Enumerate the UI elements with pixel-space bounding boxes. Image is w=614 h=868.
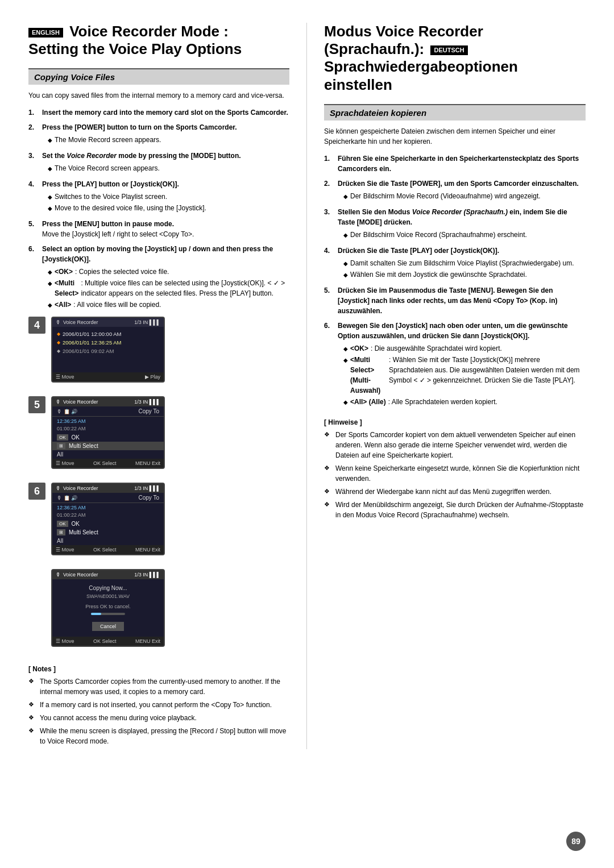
de-step-4: Drücken Sie die Taste [PLAY] oder [Joyst… bbox=[324, 246, 586, 281]
page-number: 89 bbox=[566, 832, 586, 851]
left-title: ENGLISH Voice Recorder Mode : Setting th… bbox=[28, 23, 289, 58]
title-line2: Setting the Voice Play Options bbox=[28, 40, 242, 57]
note-3: You cannot access the menu during voice … bbox=[28, 713, 289, 723]
left-section-title: ENGLISH Voice Recorder Mode : Setting th… bbox=[28, 23, 289, 58]
bottombar-menu-6b: MENU Exit bbox=[135, 638, 160, 644]
intro-text: You can copy saved files from the intern… bbox=[28, 90, 289, 101]
mic-icon-5: 🎙 bbox=[56, 399, 61, 405]
screen-4-bottombar: ☰ Move ▶ Play bbox=[52, 372, 164, 381]
screen-6a-time1: 12:36:25 AM bbox=[52, 503, 164, 512]
page: ENGLISH Voice Recorder Mode : Setting th… bbox=[0, 0, 614, 868]
file-entry-4-2: ◆ 2006/01/01 12:36:25 AM bbox=[57, 338, 159, 347]
multiselect-badge-6a: ⊞ bbox=[57, 529, 65, 535]
step-5-content: Press the [MENU] button in pause mode. M… bbox=[42, 219, 289, 239]
right-column: Modus Voice Recorder (Sprachaufn.): DEUT… bbox=[307, 23, 586, 749]
de-step-6-sub-3: <All> (Alle): Alle Sprachdateien werden … bbox=[343, 397, 586, 407]
copyto-title-row-5: 🎙 📋 🔊 Copy To bbox=[52, 406, 164, 417]
hinweis-1: Der Sports Camcorder kopiert von dem akt… bbox=[324, 430, 586, 460]
bottombar-move-6b: ☰ Move bbox=[56, 638, 74, 644]
screen-5-step-num: 5 bbox=[28, 396, 45, 413]
notes-list: The Sports Camcorder copies from the cur… bbox=[28, 676, 289, 746]
screen-6a-mockup: 🎙 Voice Recorder 1/3 IN ▌▌▌ 🎙 📋 🔊 Copy T… bbox=[51, 483, 165, 555]
ok-label-6a: OK bbox=[72, 521, 80, 527]
bottombar-ok-6a: OK Select bbox=[93, 547, 117, 553]
de-step-1: Führen Sie eine Speicherkarte in den Spe… bbox=[324, 153, 586, 174]
hinweise-header: [ Hinweise ] bbox=[324, 418, 586, 426]
de-step-6-sub-1: <OK>: Die ausgewählte Sprachdatei wird k… bbox=[343, 343, 586, 354]
sprachdateien-header: Sprachdateien kopieren bbox=[324, 104, 586, 121]
step-2-sub-1: The Movie Record screen appears. bbox=[48, 135, 289, 145]
step-4: Press the [PLAY] button or [Joystick(OK)… bbox=[28, 179, 289, 214]
screen-5-topbar: 🎙 Voice Recorder 1/3 IN ▌▌▌ bbox=[52, 397, 164, 406]
bottombar-menu-6a: MENU Exit bbox=[135, 547, 160, 553]
topbar-info-6b: 1/3 IN ▌▌▌ bbox=[134, 572, 160, 578]
screen-5-bottombar: ☰ Move OK Select MENU Exit bbox=[52, 459, 164, 468]
de-step-6: Bewegen Sie den [Joystick] nach oben ode… bbox=[324, 321, 586, 408]
right-section-title: Modus Voice Recorder (Sprachaufn.): DEUT… bbox=[324, 23, 586, 94]
left-column: ENGLISH Voice Recorder Mode : Setting th… bbox=[28, 23, 307, 749]
mic-icon-6b: 🎙 bbox=[56, 572, 61, 578]
english-badge: ENGLISH bbox=[28, 28, 63, 38]
de-step-1-content: Führen Sie eine Speicherkarte in den Spe… bbox=[338, 153, 586, 174]
topbar-info-5: 1/3 IN ▌▌▌ bbox=[134, 399, 160, 405]
de-steps-list: Führen Sie eine Speicherkarte in den Spe… bbox=[324, 153, 586, 408]
topbar-label-6b: Voice Recorder bbox=[63, 572, 98, 578]
file-entry-4-1: ◆ 2006/01/01 12:00:00 AM bbox=[57, 330, 159, 338]
de-step-4-sub-1: Damit schalten Sie zum Bildschirm Voice … bbox=[343, 258, 574, 268]
hinweis-3: Während der Wiedergabe kann nicht auf da… bbox=[324, 487, 586, 497]
step-4-sub-1: Switches to the Voice Playlist screen. bbox=[48, 192, 289, 202]
step-2: Press the [POWER] button to turn on the … bbox=[28, 122, 289, 146]
right-title-line2: Sprachwiedergabeoptionen einstellen bbox=[324, 58, 518, 93]
title-line1: Voice Recorder Mode : bbox=[69, 23, 229, 40]
de-step-5-content: Drücken Sie im Pausenmodus die Taste [ME… bbox=[338, 285, 586, 316]
screen-4-step-num: 4 bbox=[28, 317, 45, 334]
step-6-content: Select an option by moving the [Joystick… bbox=[42, 244, 289, 311]
step-1: Insert the memory card into the memory c… bbox=[28, 107, 289, 118]
step-3-content: Set the Voice Recorder mode by pressing … bbox=[42, 151, 289, 175]
file-name-4-1: 2006/01/01 12:00:00 AM bbox=[63, 331, 122, 337]
progress-bar bbox=[91, 613, 125, 615]
note-2: If a memory card is not inserted, you ca… bbox=[28, 700, 289, 710]
step-6-sub-2: <Multi Select>: Multiple voice files can… bbox=[48, 278, 289, 298]
topbar-info-4: 1/3 IN ▌▌▌ bbox=[134, 319, 160, 325]
note-4: While the menu screen is displayed, pres… bbox=[28, 726, 289, 746]
ok-row-6a: OK OK bbox=[52, 520, 164, 528]
note-1: The Sports Camcorder copies from the cur… bbox=[28, 676, 289, 697]
de-step-6-content: Bewegen Sie den [Joystick] nach oben ode… bbox=[338, 321, 586, 408]
screen-6b-topbar: 🎙 Voice Recorder 1/3 IN ▌▌▌ bbox=[52, 570, 164, 579]
screen-5-block: 5 🎙 Voice Recorder 1/3 IN ▌▌▌ 🎙 📋 🔊 bbox=[28, 396, 289, 469]
bottombar-menu-5: MENU Exit bbox=[135, 460, 160, 466]
ok-label-5: OK bbox=[72, 434, 80, 441]
screen-5-mockup: 🎙 Voice Recorder 1/3 IN ▌▌▌ 🎙 📋 🔊 Copy T… bbox=[51, 396, 165, 469]
screen-5-time2: 01:00:22 AM bbox=[52, 426, 164, 433]
screen-4-body: ◆ 2006/01/01 12:00:00 AM ◆ 2006/01/01 12… bbox=[52, 327, 164, 372]
hinweis-2: Wenn keine Speicherkarte eingesetzt wurd… bbox=[324, 463, 586, 484]
ok-row-5: OK OK bbox=[52, 433, 164, 442]
notes-section: [ Notes ] The Sports Camcorder copies fr… bbox=[28, 665, 289, 746]
all-row-5: All bbox=[52, 450, 164, 459]
cancel-button[interactable]: Cancel bbox=[92, 622, 124, 631]
icon-strip-6a: 🎙 📋 🔊 bbox=[57, 495, 77, 501]
bottombar-ok-6b: OK Select bbox=[93, 638, 117, 644]
step-3: Set the Voice Recorder mode by pressing … bbox=[28, 151, 289, 175]
mic-icon-6a: 🎙 bbox=[56, 485, 61, 491]
screen-6a-step-num: 6 bbox=[28, 483, 45, 500]
screen-6a-bottombar: ☰ Move OK Select MENU Exit bbox=[52, 545, 164, 554]
de-step-4-sub-2: Wählen Sie mit dem Joystick die gewünsch… bbox=[343, 269, 574, 280]
screen-6b-bottombar: ☰ Move OK Select MENU Exit bbox=[52, 637, 164, 646]
diamond-icon-1: ◆ bbox=[57, 331, 60, 337]
copyto-title-5: Copy To bbox=[138, 408, 159, 414]
step-1-content: Insert the memory card into the memory c… bbox=[42, 107, 289, 118]
multiselect-row-6a: ⊞ Multi Select bbox=[52, 528, 164, 537]
screen-6a-block: 6 🎙 Voice Recorder 1/3 IN ▌▌▌ 🎙 📋 🔊 bbox=[28, 483, 289, 555]
topbar-info-6a: 1/3 IN ▌▌▌ bbox=[134, 485, 160, 491]
multiselect-badge-5: ⊞ bbox=[57, 443, 65, 449]
de-step-2: Drücken Sie die Taste [POWER], um den Sp… bbox=[324, 178, 586, 202]
de-step-5: Drücken Sie im Pausenmodus die Taste [ME… bbox=[324, 285, 586, 316]
file-name-4-2: 2006/01/01 12:36:25 AM bbox=[63, 339, 122, 346]
copying-now-text: Copying Now... bbox=[57, 585, 159, 591]
bottombar-play-4: ▶ Play bbox=[145, 374, 160, 380]
mic-icon-4: 🎙 bbox=[56, 319, 61, 325]
multiselect-label-5: Multi Select bbox=[69, 443, 98, 449]
bottombar-move-5: ☰ Move bbox=[56, 460, 74, 466]
